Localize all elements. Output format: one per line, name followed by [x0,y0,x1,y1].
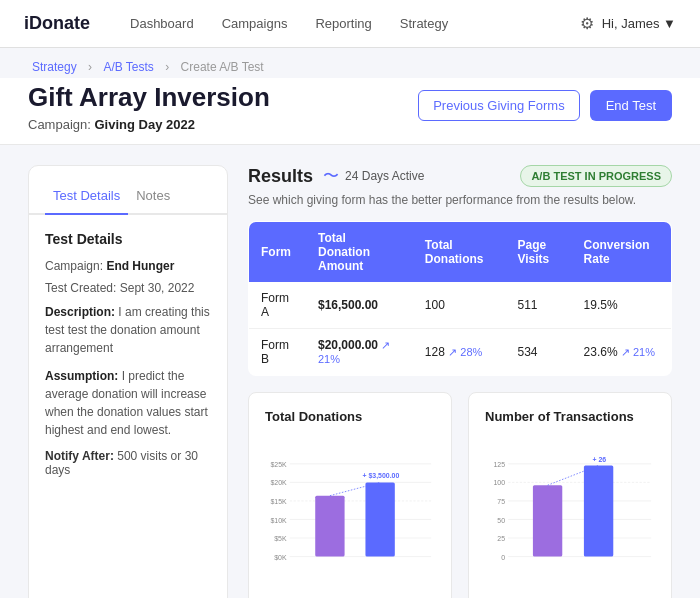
status-badge: A/B TEST IN PROGRESS [520,165,672,187]
campaign-row-label: Campaign: [45,259,103,273]
col-conversion-rate: Conversion Rate [572,222,672,283]
row-b-donations: 128 ↗ 28% [413,329,506,376]
charts-row: Total Donations $25K $20K $15K $10K $5K … [248,392,672,598]
row-b-conversion: 23.6% ↗ 21% [572,329,672,376]
table-header-row: Form Total Donation Amount Total Donatio… [249,222,672,283]
svg-text:+ $3,500.00: + $3,500.00 [362,472,399,480]
right-panel: Results 〜 24 Days Active A/B TEST IN PRO… [248,165,672,598]
page-title: Gift Array Inversion [28,82,270,113]
campaign-label: Campaign: Giving Day 2022 [28,117,270,132]
row-a-form: Form A [249,282,306,329]
results-header: Results 〜 24 Days Active A/B TEST IN PRO… [248,165,672,187]
svg-text:0: 0 [501,554,505,561]
svg-text:$20K: $20K [270,479,287,486]
page-header: Gift Array Inversion Campaign: Giving Da… [0,78,700,145]
active-days: 24 Days Active [345,169,424,183]
tab-notes[interactable]: Notes [128,182,178,215]
row-b-amount: $20,000.00 ↗ 21% [306,329,413,376]
breadcrumb-sep1: › [88,60,92,74]
col-form: Form [249,222,306,283]
assumption-label: Assumption: [45,369,118,383]
campaign-name: Giving Day 2022 [95,117,195,132]
nav-links: Dashboard Campaigns Reporting Strategy [130,16,580,31]
results-heading: Results [248,166,313,187]
test-created-row: Test Created: Sept 30, 2022 [45,281,211,295]
main-content: Test Details Notes Test Details Campaign… [0,145,700,598]
total-donations-chart-area: $25K $20K $15K $10K $5K $0K [265,436,435,598]
num-transactions-chart-card: Number of Transactions 125 100 75 50 25 … [468,392,672,598]
bar-b [365,482,394,556]
table-row: Form A $16,500.00 100 511 19.5% [249,282,672,329]
breadcrumb-sep2: › [165,60,169,74]
left-panel: Test Details Notes Test Details Campaign… [28,165,228,598]
svg-text:+ 26: + 26 [593,456,607,463]
brand-logo: iDonate [24,13,90,34]
row-a-donations: 100 [413,282,506,329]
breadcrumb: Strategy › A/B Tests › Create A/B Test [0,48,700,78]
header-actions: Previous Giving Forms End Test [418,90,672,121]
nav-campaigns[interactable]: Campaigns [222,16,288,31]
campaign-prefix: Campaign: [28,117,91,132]
svg-text:75: 75 [497,498,505,505]
svg-text:125: 125 [494,461,506,468]
pulse-icon: 〜 [323,166,339,187]
nav-reporting[interactable]: Reporting [315,16,371,31]
total-donations-svg: $25K $20K $15K $10K $5K $0K [265,436,435,596]
results-subtitle: See which giving form has the better per… [248,193,672,207]
breadcrumb-abtests[interactable]: A/B Tests [103,60,153,74]
table-row: Form B $20,000.00 ↗ 21% 128 ↗ 28% 534 23… [249,329,672,376]
row-b-donations-change: ↗ 28% [448,346,482,358]
notify-visits: 500 visits [117,449,167,463]
row-a-conversion: 19.5% [572,282,672,329]
nav-right: ⚙ Hi, James ▼ [580,14,676,33]
notify-or: or [171,449,182,463]
description-block: Description: I am creating this test tes… [45,303,211,357]
svg-text:50: 50 [497,517,505,524]
row-b-visits: 534 [505,329,571,376]
col-total-donations: Total Donations [413,222,506,283]
page-title-block: Gift Array Inversion Campaign: Giving Da… [28,82,270,132]
num-transactions-chart-title: Number of Transactions [485,409,655,424]
breadcrumb-current: Create A/B Test [181,60,264,74]
left-section: Test Details Campaign: End Hunger Test C… [29,231,227,477]
test-created-label: Test Created: [45,281,116,295]
num-transactions-chart-area: 125 100 75 50 25 0 [485,436,655,598]
row-a-amount: $16,500.00 [306,282,413,329]
svg-text:$10K: $10K [270,517,287,524]
breadcrumb-strategy[interactable]: Strategy [32,60,77,74]
tab-test-details[interactable]: Test Details [45,182,128,215]
svg-text:$25K: $25K [270,461,287,468]
test-details-heading: Test Details [45,231,211,247]
test-created-value: Sept 30, 2022 [120,281,195,295]
svg-text:100: 100 [494,479,506,486]
bar-a-tx [533,485,562,556]
row-b-conversion-change: ↗ 21% [621,346,655,358]
nav-dashboard[interactable]: Dashboard [130,16,194,31]
bar-b-tx [584,465,613,556]
col-page-visits: Page Visits [505,222,571,283]
col-donation-amount: Total Donation Amount [306,222,413,283]
previous-giving-forms-button[interactable]: Previous Giving Forms [418,90,579,121]
svg-text:$5K: $5K [274,535,287,542]
campaign-row-value: End Hunger [106,259,174,273]
gear-icon[interactable]: ⚙ [580,14,594,33]
campaign-row: Campaign: End Hunger [45,259,211,273]
navbar: iDonate Dashboard Campaigns Reporting St… [0,0,700,48]
results-title: Results 〜 24 Days Active [248,166,424,187]
nav-user[interactable]: Hi, James ▼ [602,16,676,31]
notify-row: Notify After: 500 visits or 30 days [45,449,211,477]
assumption-block: Assumption: I predict the average donati… [45,367,211,439]
tab-row: Test Details Notes [29,182,227,215]
nav-strategy[interactable]: Strategy [400,16,448,31]
notify-label: Notify After: [45,449,114,463]
svg-text:25: 25 [497,535,505,542]
row-b-form: Form B [249,329,306,376]
active-badge-row: 〜 24 Days Active [323,166,424,187]
svg-text:$15K: $15K [270,498,287,505]
end-test-button[interactable]: End Test [590,90,672,121]
num-transactions-svg: 125 100 75 50 25 0 [485,436,655,596]
total-donations-chart-title: Total Donations [265,409,435,424]
row-a-visits: 511 [505,282,571,329]
description-label: Description: [45,305,115,319]
results-table: Form Total Donation Amount Total Donatio… [248,221,672,376]
